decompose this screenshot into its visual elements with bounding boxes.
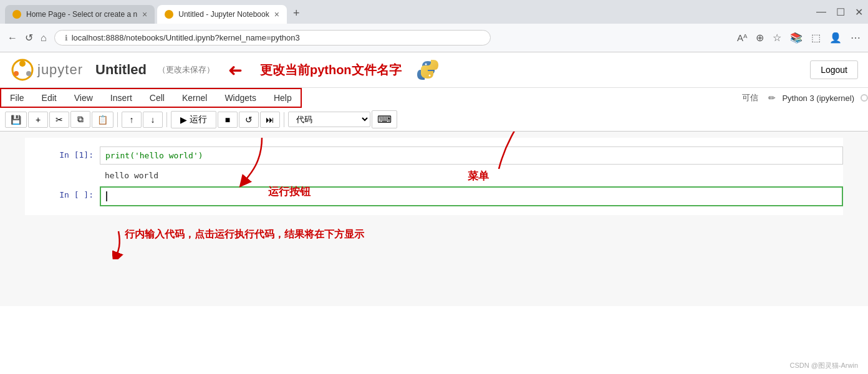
collections-icon[interactable]: ⬚ <box>811 32 821 44</box>
run-icon: ▶ <box>180 115 187 125</box>
restart-run-button[interactable]: ⏭ <box>260 112 280 128</box>
jupyter-toolbar: 💾 + ✂ ⧉ 📋 ↑ ↓ ▶ 运行 ■ ↺ ⏭ 代码 Markdown Raw… <box>0 108 868 132</box>
move-down-button[interactable]: ↓ <box>143 112 163 128</box>
menubar-bordered: File Edit View Insert Cell Kernel Widget… <box>0 88 302 108</box>
paste-button[interactable]: 📋 <box>92 112 113 128</box>
cell1-output-prompt <box>25 168 100 183</box>
jupyter-logo-area: jupyter Untitled （更改未保存） ➜ 更改当前python文件名… <box>10 57 439 82</box>
menu-kernel[interactable]: Kernel <box>173 89 216 107</box>
cell-arrow-svg <box>112 228 150 259</box>
kernel-info: Python 3 (ipykernel) <box>782 94 854 103</box>
cell1-prompt: In [1]: <box>25 146 100 165</box>
menu-help[interactable]: Help <box>265 89 301 107</box>
cell2-input[interactable] <box>100 186 843 206</box>
menubar-wrapper: File Edit View Insert Cell Kernel Widget… <box>0 88 868 108</box>
toolbar-sep2 <box>166 112 167 127</box>
menu-insert[interactable]: Insert <box>102 89 141 107</box>
home-button[interactable]: ⌂ <box>41 32 47 44</box>
jupyter-logo: jupyter <box>10 57 83 82</box>
edit-icon[interactable]: ✏ <box>768 93 776 103</box>
browser-titlebar: Home Page - Select or create a n × Untit… <box>0 0 868 24</box>
menu-right: 可信 ✏ Python 3 (ipykernel) <box>738 90 868 105</box>
tab1-favicon <box>12 10 21 19</box>
jupyter-app: jupyter Untitled （更改未保存） ➜ 更改当前python文件名… <box>0 52 868 374</box>
back-button[interactable]: ← <box>7 32 17 44</box>
minimize-icon[interactable]: — <box>816 6 826 17</box>
keyboard-shortcuts-button[interactable]: ⌨ <box>372 110 397 128</box>
cell2-prompt: In [ ]: <box>25 186 100 206</box>
zoom-icon[interactable]: ⊕ <box>756 32 764 44</box>
svg-point-3 <box>26 71 31 76</box>
tab2-close[interactable]: × <box>274 9 279 19</box>
tab-homepage[interactable]: Home Page - Select or create a n × <box>5 5 155 24</box>
read-icon[interactable]: Aᴬ <box>737 32 747 44</box>
address-bar: ← ↺ ⌂ ℹ localhost:8888/notebooks/Untitle… <box>0 24 868 52</box>
jupyter-logo-svg <box>10 57 35 82</box>
cut-button[interactable]: ✂ <box>49 112 69 128</box>
cell1-code: print('hello world') <box>105 151 203 160</box>
copy-button[interactable]: ⧉ <box>70 111 90 128</box>
svg-point-4 <box>425 64 427 65</box>
trusted-label: 可信 <box>738 90 762 105</box>
csdn-watermark: CSDN @图灵猫-Arwin <box>789 361 858 370</box>
notebook-title[interactable]: Untitled <box>95 62 147 78</box>
menu-cell[interactable]: Cell <box>141 89 173 107</box>
cell1-input[interactable]: print('hello world') <box>100 146 843 165</box>
tab1-label: Home Page - Select or create a n <box>26 10 137 19</box>
tab2-label: Untitled - Jupyter Notebook <box>178 10 269 19</box>
menu-dots-icon[interactable]: ⋯ <box>851 32 861 44</box>
toolbar-sep1 <box>117 112 118 127</box>
favorites-icon[interactable]: 📚 <box>790 32 803 44</box>
toolbar-sep3 <box>284 112 284 127</box>
logout-button[interactable]: Logout <box>810 60 858 79</box>
cursor-icon <box>106 191 107 201</box>
lock-icon: ℹ <box>65 34 68 42</box>
maximize-icon[interactable]: ☐ <box>836 6 845 18</box>
svg-point-1 <box>19 60 26 67</box>
svg-point-5 <box>428 75 430 77</box>
unsaved-indicator: （更改未保存） <box>158 64 215 75</box>
kernel-status-icon <box>861 94 868 102</box>
address-field[interactable]: ℹ localhost:8888/notebooks/Untitled.ipyn… <box>54 30 491 46</box>
cell1-output-content: hello world <box>100 168 163 183</box>
tab1-close[interactable]: × <box>142 9 147 19</box>
menu-view[interactable]: View <box>65 89 102 107</box>
cell-arrow-annotation: 行内输入代码，点击运行执行代码，结果将在下方显示 <box>112 228 150 262</box>
menu-edit[interactable]: Edit <box>33 89 65 107</box>
cell1-output: hello world <box>25 167 843 184</box>
new-tab-button[interactable]: + <box>289 7 304 20</box>
tab-jupyter[interactable]: Untitled - Jupyter Notebook × <box>157 5 287 24</box>
title-annotation: 更改当前python文件名字 <box>260 62 402 79</box>
menu-widgets[interactable]: Widgets <box>216 89 265 107</box>
move-up-button[interactable]: ↑ <box>122 112 142 128</box>
python-logo <box>417 59 439 81</box>
window-controls: — ☐ ✕ <box>816 6 863 18</box>
run-button[interactable]: ▶ 运行 <box>171 111 216 128</box>
add-cell-button[interactable]: + <box>28 112 48 128</box>
account-icon[interactable]: 👤 <box>829 32 842 44</box>
address-text: localhost:8888/notebooks/Untitled.ipynb?… <box>72 33 300 42</box>
tab2-favicon <box>165 10 173 19</box>
cell-annotation-text: 行内输入代码，点击运行执行代码，结果将在下方显示 <box>125 228 364 241</box>
run-label: 运行 <box>190 114 207 125</box>
cell-1: In [1]: print('hello world') <box>25 144 843 167</box>
menu-file[interactable]: File <box>1 89 33 107</box>
close-icon[interactable]: ✕ <box>855 6 863 18</box>
restart-button[interactable]: ↺ <box>239 112 259 128</box>
browser-actions: Aᴬ ⊕ ☆ 📚 ⬚ 👤 ⋯ <box>737 32 861 44</box>
cell-type-select[interactable]: 代码 Markdown Raw NBConvert Heading <box>288 112 370 127</box>
jupyter-wordmark: jupyter <box>37 62 83 78</box>
stop-button[interactable]: ■ <box>218 112 238 128</box>
save-button[interactable]: 💾 <box>5 112 27 128</box>
title-arrow-icon: ➜ <box>228 60 243 80</box>
notebook-area: In [1]: print('hello world') hello world… <box>0 132 868 306</box>
refresh-button[interactable]: ↺ <box>25 32 33 44</box>
svg-point-2 <box>14 71 19 76</box>
cell-2: In [ ]: <box>25 184 843 209</box>
star-icon[interactable]: ☆ <box>773 32 781 44</box>
notebook-container: In [1]: print('hello world') hello world… <box>25 138 843 215</box>
jupyter-header: jupyter Untitled （更改未保存） ➜ 更改当前python文件名… <box>0 52 868 88</box>
